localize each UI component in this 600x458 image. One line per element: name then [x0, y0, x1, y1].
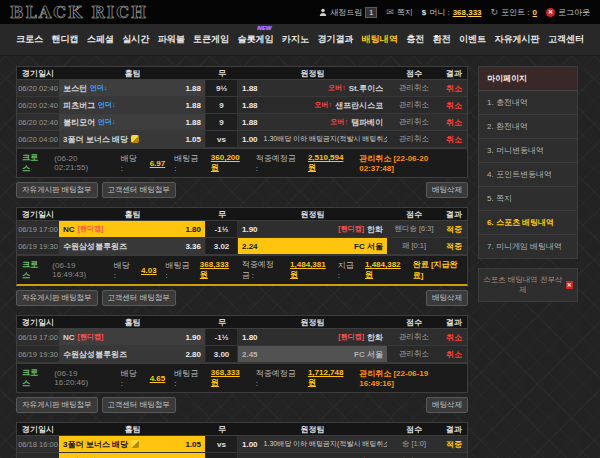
mypage-sidebar: 마이페이지 1. 충전내역 2. 환전내역 3. 머니변동내역 4. 포인트변동… [478, 66, 578, 458]
home-team-cell[interactable]: NC[핸디캡]1.90 [59, 329, 206, 345]
nav-customer-center[interactable]: 고객센터 [548, 33, 584, 46]
match-datetime: 06/19 17:00 [17, 221, 59, 237]
col-home: 홈팀 [59, 316, 206, 329]
attach-board-button[interactable]: 자유게시판 배팅첨부 [16, 290, 98, 306]
col-result: 결과 [441, 208, 467, 221]
home-team-cell[interactable]: 볼티모어언더↓1.88 [59, 114, 206, 130]
unread-badge[interactable]: 1 [365, 7, 377, 18]
payout-value: 1,484,381원 [290, 260, 329, 280]
stake-value: 368,333원 [200, 260, 233, 280]
col-result: 결과 [441, 316, 467, 329]
away-team-cell[interactable]: 1.80[핸디캡]한화 [238, 329, 387, 345]
score: 핸디승 [6:3] [387, 221, 441, 237]
site-logo[interactable]: BLACK RICH [10, 3, 148, 22]
mail-label: 쪽지 [397, 7, 413, 18]
delete-bet-button[interactable]: 배팅삭제 [426, 397, 468, 413]
score: 관리취소 [387, 80, 441, 96]
sidebar-item-minigame-betting-history[interactable]: 7. 미니게임 배팅내역 [479, 235, 577, 258]
sidebar-item-money-history[interactable]: 3. 머니변동내역 [479, 139, 577, 163]
home-team-cell-selected[interactable]: NC[핸디캡]1.80 [59, 221, 206, 237]
away-team-cell[interactable]: 1.90[핸디캡]한화 [238, 221, 387, 237]
nav-event[interactable]: 이벤트 [459, 33, 486, 46]
mail-link[interactable]: ✉ 쪽지 [386, 7, 413, 18]
user-bar: 새정드림 1 ✉ 쪽지 $ 머니 : 368,333 ↻ 포인트 : 0 ✕ 로… [319, 7, 590, 18]
away-team-cell[interactable]: 1.88오버↑St.루이스 [238, 80, 387, 96]
result: 취소 [441, 114, 467, 130]
home-team-cell[interactable]: 피츠버그언더↓1.88 [59, 97, 206, 113]
home-team-cell[interactable]: 보스턴언더↓1.88 [59, 80, 206, 96]
draw-odds[interactable]: 3.00 [206, 346, 238, 362]
attach-cs-button[interactable]: 고객센터 배팅첨부 [102, 397, 176, 413]
attach-board-button[interactable]: 자유게시판 배팅첨부 [16, 397, 98, 413]
result: 취소 [441, 346, 467, 362]
delete-bet-button[interactable]: 배팅삭제 [426, 182, 468, 198]
stake-label: 배팅금 : [174, 368, 202, 388]
nav-slot-game[interactable]: 슬롯게임NEW [238, 33, 274, 46]
draw-odds[interactable]: 3.02 [206, 238, 238, 254]
table-actions: 자유게시판 배팅첨부 고객센터 배팅첨부 배팅삭제 [16, 182, 468, 198]
table-actions: 자유게시판 배팅첨부 고객센터 배팅첨부 배팅삭제 [16, 397, 468, 413]
home-team-cell-selected[interactable]: 두산언더↓1.88 [59, 453, 206, 458]
nav-powerball[interactable]: 파워볼 [158, 33, 185, 46]
delete-bet-button[interactable]: 배팅삭제 [426, 290, 468, 306]
delete-x-icon: ✕ [566, 281, 573, 289]
attach-cs-button[interactable]: 고객센터 배팅첨부 [102, 182, 176, 198]
draw-odds[interactable]: 9 [206, 97, 238, 113]
attach-cs-button[interactable]: 고객센터 배팅첨부 [102, 290, 176, 306]
nav-betting-history[interactable]: 배팅내역 [362, 33, 398, 46]
nav-special[interactable]: 스페셜 [87, 33, 114, 46]
bet-datetime: (06-19 16:49:43) [52, 261, 105, 279]
draw-odds[interactable]: 7½ [206, 453, 238, 458]
home-team-cell[interactable]: 수원삼성블루윙즈2.80 [59, 346, 206, 362]
away-team-cell[interactable]: 1.88오버↑탬파베이 [238, 114, 387, 130]
nav-handicap[interactable]: 핸디캡 [51, 33, 78, 46]
result: 적중 [441, 238, 467, 254]
point-display[interactable]: ↻ 포인트 : 0 [491, 7, 537, 18]
away-team-cell[interactable]: 1.88오버↑샌프란시스코 [238, 97, 387, 113]
bonus-label: 3폴더 보너스 배당 [63, 439, 128, 450]
draw-odds[interactable]: 9 [206, 114, 238, 130]
draw-odds[interactable]: -1½ [206, 329, 238, 345]
draw-odds[interactable]: -1½ [206, 221, 238, 237]
nav-withdraw[interactable]: 환전 [433, 33, 451, 46]
money-display[interactable]: $ 머니 : 368,333 [422, 7, 482, 18]
logout-icon: ✕ [546, 8, 555, 17]
logout-button[interactable]: ✕ 로그아웃 [546, 7, 590, 18]
home-team-name: 수원삼성블루윙즈 [63, 349, 127, 360]
away-team-cell: 1.001.30배당 이하 배팅금지(적발시 배팅취소) [238, 131, 387, 147]
mail-icon: ✉ [386, 7, 394, 17]
away-odds: 1.88 [242, 101, 258, 110]
attach-board-button[interactable]: 자유게시판 배팅첨부 [16, 182, 98, 198]
nav-deposit[interactable]: 충전 [406, 33, 424, 46]
sidebar-item-messages[interactable]: 5. 쪽지 [479, 187, 577, 211]
bonus-cell[interactable]: 3폴더 보너스 배당1.05 [59, 131, 206, 147]
score: 관리취소 [387, 346, 441, 362]
away-team-cell[interactable]: 1.88오버↑KT [238, 453, 387, 458]
sidebar-item-point-history[interactable]: 4. 포인트변동내역 [479, 163, 577, 187]
match-datetime: 06/20 04:00 [17, 131, 59, 147]
nav-live[interactable]: 실시간 [122, 33, 149, 46]
nav-cross[interactable]: 크로스 [16, 33, 43, 46]
nav-casino[interactable]: 카지노 [282, 33, 309, 46]
user-info[interactable]: 새정드림 1 [319, 7, 377, 18]
draw-odds[interactable]: 9½ [206, 80, 238, 96]
sidebar-item-sports-betting-history[interactable]: 6. 스포츠 배팅내역 [479, 211, 577, 235]
sidebar-item-deposit-history[interactable]: 1. 충전내역 [479, 91, 577, 115]
nav-game-results[interactable]: 경기결과 [317, 33, 353, 46]
home-team-cell[interactable]: 수원삼성블루윙즈3.36 [59, 238, 206, 254]
nav-free-board[interactable]: 자유게시판 [494, 33, 539, 46]
bonus-cell-selected[interactable]: 3폴더 보너스 배당1.05 [59, 436, 206, 452]
delete-all-bets-button[interactable]: 스포츠 배팅내역 전부삭제 ✕ [478, 268, 578, 302]
away-team-cell-voided[interactable]: 2.45FC 서울 [238, 346, 387, 362]
table-header: 경기일시 홈팀 무 원정팀 점수 결과 [17, 208, 467, 221]
home-team-name: 볼티모어 [63, 117, 95, 128]
away-team-cell-selected[interactable]: 2.24FC 서울 [238, 238, 387, 254]
nav-token-game[interactable]: 토큰게임 [193, 33, 229, 46]
handicap-tag: [핸디캡] [78, 332, 104, 342]
table-row: 06/20 02:40 피츠버그언더↓1.88 9 1.88오버↑샌프란시스코 … [17, 97, 467, 114]
sidebar-item-withdraw-history[interactable]: 2. 환전내역 [479, 115, 577, 139]
bet-summary: 크로스 (06-19 16:20:46) 배당 :4.65 배팅금 :368,3… [17, 363, 467, 392]
bet-status: 완료 [지급완료] [413, 259, 462, 281]
away-odds: 1.88 [242, 118, 258, 127]
payout-label: 적중예정금 : [256, 153, 299, 173]
